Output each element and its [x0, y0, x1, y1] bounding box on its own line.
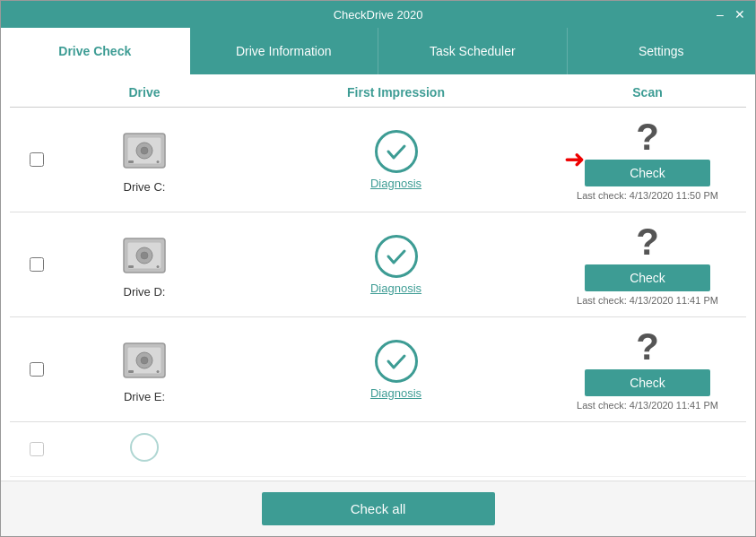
drive-e-info: Drive E: [64, 336, 225, 403]
drive-e-check-button[interactable]: Check [585, 369, 710, 396]
drives-list: Drive C: Diagnosis ➜ ? Check Last check:… [10, 108, 746, 481]
drive-e-last-check: Last check: 4/13/2020 11:41 PM [577, 400, 718, 411]
svg-rect-16 [128, 370, 134, 373]
drive-d-diagnosis-link[interactable]: Diagnosis [370, 281, 421, 295]
drive-e-checkbox[interactable] [30, 362, 44, 377]
drive-e-icon [120, 336, 169, 385]
table-header: Drive First Impression Scan [10, 74, 746, 108]
drive-e-check-circle [375, 340, 418, 383]
table-row: Drive C: Diagnosis ➜ ? Check Last check:… [10, 108, 746, 212]
drive-d-label: Drive D: [124, 285, 166, 299]
drive-e-status-icon: ? [636, 328, 659, 366]
drive-e-label: Drive E: [124, 390, 165, 403]
column-scan: Scan [567, 85, 746, 100]
title-bar: CheckDrive 2020 – ✕ [1, 1, 755, 28]
window-title: CheckDrive 2020 [44, 8, 712, 22]
drive-c-icon [120, 126, 169, 175]
drive-d-info: Drive D: [64, 231, 225, 299]
svg-rect-4 [128, 160, 134, 163]
table-row: Drive D: Diagnosis ? Check Last check: 4… [10, 212, 746, 317]
drive-c-check-button[interactable]: Check [585, 160, 710, 186]
drive-c-scan: ? Check Last check: 4/13/2020 11:50 PM [567, 118, 746, 201]
content-area: Drive First Impression Scan [1, 74, 755, 481]
drive-c-checkbox[interactable] [30, 152, 44, 167]
drive-d-checkbox[interactable] [30, 257, 44, 272]
svg-point-11 [157, 265, 160, 268]
drive-d-status-icon: ? [636, 223, 659, 261]
table-row [10, 422, 746, 477]
tab-bar: Drive Check Drive Information Task Sched… [1, 28, 755, 74]
window-controls: – ✕ [712, 6, 748, 22]
drive-e-checkbox-cell [10, 362, 64, 377]
column-first-impression: First Impression [225, 85, 567, 100]
drive-d-last-check: Last check: 4/13/2020 11:41 PM [577, 295, 718, 306]
check-all-button[interactable]: Check all [262, 492, 495, 525]
footer: Check all [1, 481, 755, 536]
svg-point-17 [157, 370, 160, 373]
svg-point-5 [157, 160, 160, 163]
drive-c-check-circle [375, 130, 418, 173]
tab-task-scheduler[interactable]: Task Scheduler [378, 28, 568, 74]
drive-partial-icon [130, 433, 159, 462]
svg-point-3 [141, 147, 148, 154]
tab-drive-check[interactable]: Drive Check [1, 28, 190, 74]
drive-partial-checkbox[interactable] [30, 442, 44, 456]
main-window: CheckDrive 2020 – ✕ Drive Check Drive In… [0, 0, 756, 537]
drive-c-checkbox-cell [10, 152, 64, 167]
drive-c-last-check: Last check: 4/13/2020 11:50 PM [577, 190, 718, 201]
minimize-button[interactable]: – [712, 6, 728, 22]
drive-c-first-impression: Diagnosis ➜ [225, 130, 567, 190]
drive-e-diagnosis-link[interactable]: Diagnosis [370, 386, 421, 400]
drive-partial-checkbox-cell [10, 442, 64, 456]
drive-e-scan: ? Check Last check: 4/13/2020 11:41 PM [567, 328, 746, 411]
drive-d-scan: ? Check Last check: 4/13/2020 11:41 PM [567, 223, 746, 306]
drive-d-checkbox-cell [10, 257, 64, 272]
drive-d-icon [120, 231, 169, 280]
drive-c-info: Drive C: [64, 126, 225, 194]
drive-c-diagnosis-link[interactable]: Diagnosis [370, 177, 421, 190]
column-drive: Drive [64, 85, 225, 100]
drive-e-first-impression: Diagnosis [225, 340, 567, 400]
svg-point-15 [141, 357, 148, 364]
close-button[interactable]: ✕ [732, 6, 748, 22]
drive-d-check-circle [375, 235, 418, 278]
table-row: Drive E: Diagnosis ? Check Last check: 4… [10, 317, 746, 422]
svg-rect-10 [128, 265, 134, 268]
drive-c-status-icon: ? [636, 118, 659, 156]
tab-settings[interactable]: Settings [568, 28, 756, 74]
drive-c-label: Drive C: [124, 180, 166, 194]
drive-partial-info [64, 433, 225, 465]
svg-point-9 [141, 252, 148, 259]
drive-c-arrow: ➜ [564, 147, 585, 172]
tab-drive-information[interactable]: Drive Information [190, 28, 379, 74]
drive-d-check-button[interactable]: Check [585, 264, 710, 291]
drive-d-first-impression: Diagnosis [225, 235, 567, 295]
